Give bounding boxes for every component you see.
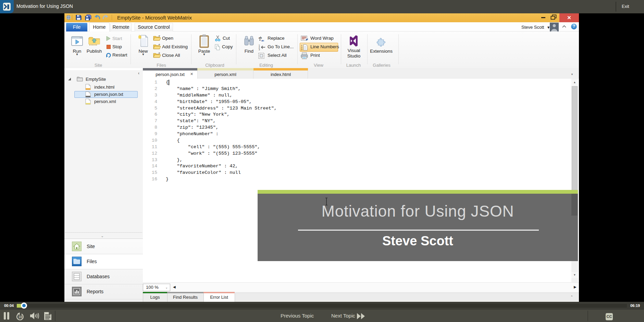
svg-text:3: 3 <box>301 49 302 51</box>
svg-text:3: 3 <box>259 48 260 50</box>
svg-text:ac: ac <box>261 39 264 42</box>
svg-text:10: 10 <box>18 315 22 319</box>
